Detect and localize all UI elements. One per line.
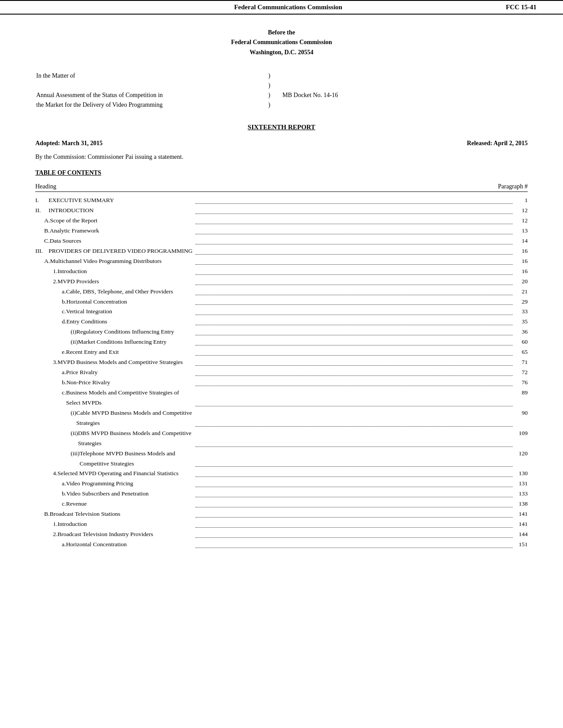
matter-right-empty — [282, 71, 527, 80]
adopted-released: Adopted: March 31, 2015 Released: April … — [35, 140, 528, 147]
toc-page: 21 — [514, 287, 528, 297]
toc-num: (i) — [35, 408, 76, 418]
matter-right-empty3 — [282, 101, 527, 109]
toc-text: Revenue — [66, 499, 194, 509]
toc-text: Business Models and Competitive Strategi… — [66, 388, 194, 408]
toc-text: DBS MVPD Business Models and Competitive… — [78, 428, 194, 449]
toc-num: A. — [35, 216, 50, 226]
toc-page: 72 — [514, 368, 528, 378]
matter-docket: MB Docket No. 14-16 — [282, 91, 527, 100]
matter-paren4: ) — [257, 101, 281, 109]
toc-page: 60 — [514, 337, 528, 347]
header-bar: Federal Communications Commission FCC 15… — [0, 0, 563, 15]
toc-entry: 1. Introduction 141 — [35, 519, 528, 529]
toc-text: Multichannel Video Programming Distribut… — [50, 256, 194, 266]
toc-num: b. — [35, 297, 66, 307]
before-section: Before the Federal Communications Commis… — [35, 28, 528, 57]
toc-text: Entry Conditions — [66, 317, 194, 327]
toc-page: 109 — [514, 428, 528, 439]
toc-entry: b. Horizontal Concentration 29 — [35, 297, 528, 307]
toc-page: 16 — [514, 256, 528, 266]
toc-num: c. — [35, 307, 66, 317]
toc-entry: b. Non-Price Rivalry 76 — [35, 378, 528, 388]
toc-page: 90 — [514, 408, 528, 418]
toc-page: 141 — [514, 519, 528, 529]
toc-page: 71 — [514, 357, 528, 368]
toc-page: 89 — [514, 388, 528, 398]
toc-page: 13 — [514, 226, 528, 236]
toc-num: b. — [35, 378, 66, 388]
toc-entry: (iii) Telephone MVPD Business Models and… — [35, 449, 528, 469]
toc-page: 144 — [514, 529, 528, 540]
toc-text: Broadcast Television Stations — [49, 509, 194, 519]
toc-page: 14 — [514, 236, 528, 246]
toc-text: INTRODUCTION — [49, 206, 194, 216]
toc-num: a. — [35, 540, 66, 550]
toc-page: 76 — [514, 378, 528, 388]
toc-entry: e. Recent Entry and Exit 65 — [35, 347, 528, 357]
before-line3: Washington, D.C. 20554 — [35, 48, 528, 57]
toc-num: (ii) — [35, 428, 78, 439]
toc-entry: 4. Selected MVPD Operating and Financial… — [35, 469, 528, 479]
toc-entry: a. Video Programming Pricing 131 — [35, 479, 528, 489]
toc-entry: (i) Cable MVPD Business Models and Compe… — [35, 408, 528, 428]
content: Before the Federal Communications Commis… — [0, 28, 563, 550]
toc-entry: 2. MVPD Providers 20 — [35, 277, 528, 287]
toc-text: EXECUTIVE SUMMARY — [49, 195, 194, 206]
toc-page: 20 — [514, 277, 528, 287]
toc-text: Analytic Framework — [49, 226, 194, 236]
toc-num: A. — [35, 256, 50, 266]
toc-text: Non-Price Rivalry — [66, 378, 194, 388]
toc-page: 29 — [514, 297, 528, 307]
toc-num: a. — [35, 479, 66, 489]
toc-num: (ii) — [35, 337, 78, 347]
toc-entry: II. INTRODUCTION 12 — [35, 206, 528, 216]
toc-text: Cable MVPD Business Models and Competiti… — [76, 408, 194, 428]
toc-num: II. — [35, 206, 49, 216]
toc-heading-row: Heading Paragraph # — [35, 183, 528, 192]
toc-entry: (ii) DBS MVPD Business Models and Compet… — [35, 428, 528, 449]
toc-entry: d. Entry Conditions 35 — [35, 317, 528, 327]
toc-entry: A. Scope of the Report 12 — [35, 216, 528, 226]
toc-page: 1 — [514, 195, 528, 206]
toc-entry: 1. Introduction 16 — [35, 266, 528, 277]
toc-page: 138 — [514, 499, 528, 509]
matter-in-matter: In the Matter of — [36, 71, 256, 80]
toc-text: Video Programming Pricing — [66, 479, 194, 489]
page: Federal Communications Commission FCC 15… — [0, 0, 563, 728]
toc-num: 4. — [35, 469, 57, 479]
toc-num: 2. — [35, 529, 57, 540]
toc-entry: c. Business Models and Competitive Strat… — [35, 388, 528, 408]
toc-page: 65 — [514, 347, 528, 357]
toc-title: TABLE OF CONTENTS — [35, 169, 528, 176]
toc-page: 120 — [514, 449, 528, 459]
matter-paren2: ) — [257, 81, 281, 90]
toc-num: 1. — [35, 519, 57, 529]
matter-table: In the Matter of ) ) Annual Assessment o… — [35, 71, 528, 110]
toc-page: 35 — [514, 317, 528, 327]
toc-num: c. — [35, 388, 66, 398]
toc-page: 16 — [514, 266, 528, 277]
toc-text: Broadcast Television Industry Providers — [57, 529, 194, 540]
toc-entry: III. PROVIDERS OF DELIVERED VIDEO PROGRA… — [35, 246, 528, 256]
toc-entry: c. Revenue 138 — [35, 499, 528, 509]
matter-description2: the Market for the Delivery of Video Pro… — [36, 101, 256, 109]
toc-heading-label: Heading — [35, 183, 56, 190]
header-title: Federal Communications Commission — [71, 4, 506, 11]
toc-num: III. — [35, 246, 49, 256]
toc-num: 3. — [35, 357, 57, 368]
toc-page: 36 — [514, 327, 528, 337]
matter-paren-empty — [36, 81, 256, 90]
toc-num: (i) — [35, 327, 76, 337]
toc-text: Cable, DBS, Telephone, and Other Provide… — [66, 287, 194, 297]
before-line1: Before the — [35, 28, 528, 38]
toc-text: Introduction — [57, 519, 194, 529]
toc-num: B. — [35, 509, 49, 519]
toc-page: 16 — [514, 246, 528, 256]
toc-list: I. EXECUTIVE SUMMARY 1 II. INTRODUCTION … — [35, 195, 528, 550]
by-commission: By the Commission: Commissioner Pai issu… — [35, 154, 528, 161]
toc-entry: a. Cable, DBS, Telephone, and Other Prov… — [35, 287, 528, 297]
toc-num: b. — [35, 489, 66, 499]
toc-page: 130 — [514, 469, 528, 479]
toc-text: Price Rivalry — [66, 368, 194, 378]
